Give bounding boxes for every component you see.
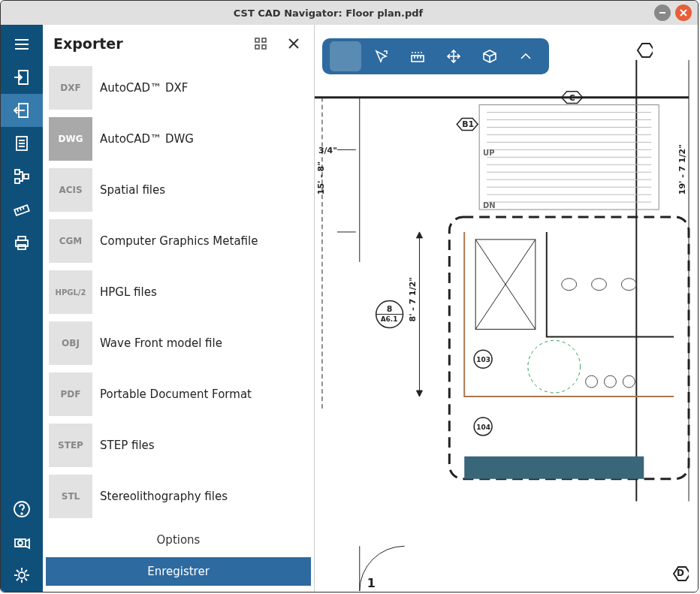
app-window: CST CAD Navigator: Floor plan.pdf Export… xyxy=(0,0,698,592)
svg-line-16 xyxy=(23,207,23,210)
grid-marker-d-label: D xyxy=(677,568,684,578)
svg-point-49 xyxy=(562,279,577,291)
tool-ruler-icon[interactable] xyxy=(402,41,433,71)
svg-text:103: 103 xyxy=(476,356,490,363)
svg-line-15 xyxy=(20,208,21,211)
left-toolbar xyxy=(1,25,43,592)
body: Exporter DXFAutoCAD™ DXFDWGAutoCAD™ DWGA… xyxy=(1,25,698,592)
svg-text:15' - 8": 15' - 8" xyxy=(316,161,326,194)
format-badge: PDF xyxy=(49,372,92,416)
canvas-area[interactable]: 3/4" 15' - 8" 8' - 7 1/2" 19' - 7 1/2" U… xyxy=(315,25,698,592)
svg-text:UP: UP xyxy=(483,149,494,157)
export-icon[interactable] xyxy=(1,94,43,127)
format-label: Spatial files xyxy=(100,183,165,197)
svg-rect-12 xyxy=(15,179,20,183)
svg-rect-10 xyxy=(15,170,20,174)
tree-icon[interactable] xyxy=(1,160,43,193)
close-button[interactable] xyxy=(675,5,692,21)
svg-rect-26 xyxy=(262,38,266,42)
close-panel-icon[interactable] xyxy=(284,34,303,53)
view-toolbar xyxy=(322,38,549,74)
svg-text:B1: B1 xyxy=(462,119,474,129)
format-badge: STEP xyxy=(49,424,92,467)
svg-point-53 xyxy=(604,375,616,387)
svg-text:A6.1: A6.1 xyxy=(381,315,398,323)
format-label: Wave Front model file xyxy=(100,336,222,350)
svg-rect-27 xyxy=(255,45,259,49)
format-badge: STL xyxy=(49,475,92,518)
format-badge: CGM xyxy=(49,219,92,263)
minimize-button[interactable] xyxy=(654,5,671,21)
format-row-dxf[interactable]: DXFAutoCAD™ DXF xyxy=(46,62,311,113)
window-title: CST CAD Navigator: Floor plan.pdf xyxy=(7,8,650,19)
svg-point-24 xyxy=(19,572,25,578)
svg-point-52 xyxy=(586,375,598,387)
options-button[interactable]: Options xyxy=(43,526,314,554)
svg-point-54 xyxy=(623,375,635,387)
format-label: AutoCAD™ DWG xyxy=(100,132,194,146)
format-row-obj[interactable]: OBJWave Front model file xyxy=(46,318,311,369)
settings-icon[interactable] xyxy=(1,559,43,592)
format-label: Portable Document Format xyxy=(100,387,252,401)
format-row-step[interactable]: STEPSTEP files xyxy=(46,420,311,471)
format-row-acis[interactable]: ACISSpatial files xyxy=(46,164,311,216)
titlebar: CST CAD Navigator: Floor plan.pdf xyxy=(1,1,698,25)
tool-cube-icon[interactable] xyxy=(474,41,505,71)
svg-text:104: 104 xyxy=(476,424,490,431)
format-badge: HPGL/2 xyxy=(49,270,92,314)
grid-marker-d: D xyxy=(671,565,689,583)
help-icon[interactable] xyxy=(1,493,43,526)
format-badge: ACIS xyxy=(49,168,92,212)
import-icon[interactable] xyxy=(1,61,43,94)
format-label: AutoCAD™ DXF xyxy=(100,81,188,95)
svg-text:3/4": 3/4" xyxy=(318,146,337,155)
svg-rect-28 xyxy=(262,45,266,49)
svg-rect-19 xyxy=(18,245,26,249)
tool-select[interactable] xyxy=(330,41,361,71)
format-row-dwg[interactable]: DWGAutoCAD™ DWG xyxy=(46,113,311,164)
svg-point-23 xyxy=(18,541,23,545)
svg-point-21 xyxy=(21,513,23,514)
document-icon[interactable] xyxy=(1,127,43,160)
format-badge: DXF xyxy=(49,66,92,110)
svg-point-50 xyxy=(592,279,607,291)
format-row-stl[interactable]: STLStereolithography files xyxy=(46,471,311,522)
export-title: Exporter xyxy=(53,35,251,52)
svg-rect-25 xyxy=(255,38,259,42)
format-row-pdf[interactable]: PDFPortable Document Format xyxy=(46,369,311,420)
format-label: Computer Graphics Metafile xyxy=(100,234,258,248)
format-label: STEP files xyxy=(100,439,155,452)
svg-rect-18 xyxy=(18,237,26,240)
save-button[interactable]: Enregistrer xyxy=(46,557,311,586)
grid-view-icon[interactable] xyxy=(251,34,270,53)
format-list[interactable]: DXFAutoCAD™ DXFDWGAutoCAD™ DWGACISSpatia… xyxy=(43,59,311,526)
svg-text:8' - 7 1/2": 8' - 7 1/2" xyxy=(408,277,418,321)
svg-rect-33 xyxy=(449,217,689,479)
format-row-hpgl2[interactable]: HPGL/2HPGL files xyxy=(46,267,311,318)
svg-rect-13 xyxy=(14,205,29,216)
svg-text:C: C xyxy=(569,93,575,103)
export-header: Exporter xyxy=(43,25,314,59)
print-icon[interactable] xyxy=(1,226,43,259)
export-panel: Exporter DXFAutoCAD™ DXFDWGAutoCAD™ DWGA… xyxy=(43,25,315,592)
format-row-cgm[interactable]: CGMComputer Graphics Metafile xyxy=(46,216,311,267)
svg-text:8: 8 xyxy=(387,304,393,314)
grid-marker-top xyxy=(635,41,653,59)
measure-icon[interactable] xyxy=(1,193,43,226)
camera-icon[interactable] xyxy=(1,526,43,559)
format-badge: DWG xyxy=(49,117,92,161)
menu-icon[interactable] xyxy=(1,28,43,61)
svg-text:19' - 7 1/2": 19' - 7 1/2" xyxy=(677,144,687,194)
format-label: HPGL files xyxy=(100,285,157,299)
tool-collapse-icon[interactable] xyxy=(510,41,542,71)
svg-text:1: 1 xyxy=(367,576,376,590)
tool-cursor-icon[interactable] xyxy=(366,41,397,71)
svg-line-14 xyxy=(17,209,18,212)
svg-point-48 xyxy=(528,340,581,393)
floor-plan: 3/4" 15' - 8" 8' - 7 1/2" 19' - 7 1/2" U… xyxy=(315,37,698,592)
format-label: Stereolithography files xyxy=(100,490,228,503)
tool-pan-icon[interactable] xyxy=(438,41,469,71)
svg-marker-86 xyxy=(638,44,653,57)
svg-rect-11 xyxy=(24,174,29,179)
svg-text:DN: DN xyxy=(483,201,496,210)
